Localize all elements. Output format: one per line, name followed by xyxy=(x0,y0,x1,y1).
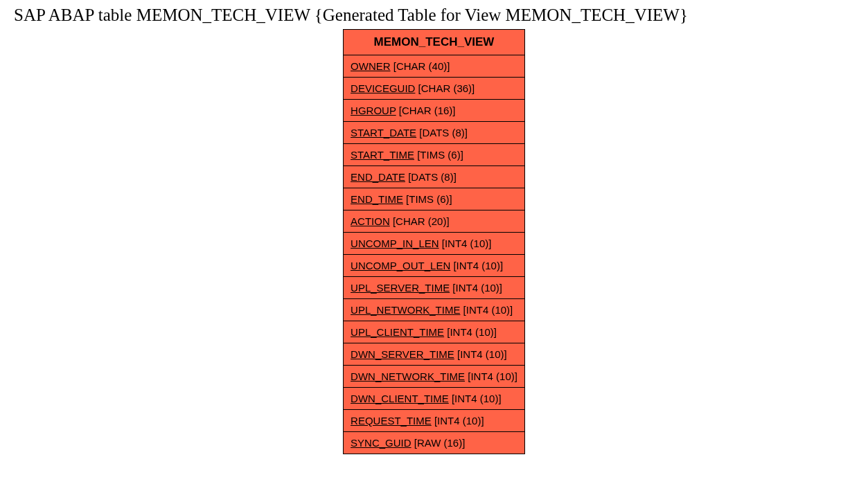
field-name-link[interactable]: UPL_CLIENT_TIME xyxy=(351,326,444,338)
field-name-link[interactable]: START_DATE xyxy=(351,127,416,138)
field-cell: SYNC_GUID [RAW (16)] xyxy=(344,432,525,454)
field-cell: DWN_CLIENT_TIME [INT4 (10)] xyxy=(344,388,525,410)
table-row: HGROUP [CHAR (16)] xyxy=(344,100,525,122)
field-name-link[interactable]: END_DATE xyxy=(351,171,405,183)
table-row: END_TIME [TIMS (6)] xyxy=(344,188,525,210)
field-name-link[interactable]: UNCOMP_OUT_LEN xyxy=(351,260,450,271)
field-name-link[interactable]: UPL_SERVER_TIME xyxy=(351,282,450,294)
table-row: UPL_SERVER_TIME [INT4 (10)] xyxy=(344,277,525,299)
field-cell: END_DATE [DATS (8)] xyxy=(344,166,525,188)
field-cell: UNCOMP_OUT_LEN [INT4 (10)] xyxy=(344,255,525,277)
table-row: UPL_NETWORK_TIME [INT4 (10)] xyxy=(344,299,525,321)
field-type: [DATS (8)] xyxy=(416,127,468,138)
field-type: [CHAR (20)] xyxy=(390,215,450,227)
field-type: [INT4 (10)] xyxy=(449,393,502,404)
field-type: [CHAR (40)] xyxy=(391,60,450,72)
field-cell: END_TIME [TIMS (6)] xyxy=(344,188,525,210)
field-type: [INT4 (10)] xyxy=(432,415,484,427)
table-row: REQUEST_TIME [INT4 (10)] xyxy=(344,410,525,432)
table-row: DWN_CLIENT_TIME [INT4 (10)] xyxy=(344,388,525,410)
table-row: DWN_SERVER_TIME [INT4 (10)] xyxy=(344,343,525,366)
field-type: [RAW (16)] xyxy=(411,437,466,449)
field-name-link[interactable]: SYNC_GUID xyxy=(351,437,411,449)
field-type: [TIMS (6)] xyxy=(403,193,452,205)
field-cell: UPL_SERVER_TIME [INT4 (10)] xyxy=(344,277,525,299)
field-name-link[interactable]: REQUEST_TIME xyxy=(351,415,432,427)
table-row: ACTION [CHAR (20)] xyxy=(344,210,525,233)
schema-table: MEMON_TECH_VIEW OWNER [CHAR (40)]DEVICEG… xyxy=(343,29,525,454)
field-type: [DATS (8)] xyxy=(405,171,457,183)
field-cell: REQUEST_TIME [INT4 (10)] xyxy=(344,410,525,432)
field-name-link[interactable]: HGROUP xyxy=(351,105,396,116)
table-row: START_DATE [DATS (8)] xyxy=(344,122,525,144)
field-type: [INT4 (10)] xyxy=(450,260,503,271)
field-cell: UNCOMP_IN_LEN [INT4 (10)] xyxy=(344,233,525,255)
table-row: DWN_NETWORK_TIME [INT4 (10)] xyxy=(344,366,525,388)
table-row: UNCOMP_IN_LEN [INT4 (10)] xyxy=(344,233,525,255)
field-cell: START_DATE [DATS (8)] xyxy=(344,122,525,144)
page-title: SAP ABAP table MEMON_TECH_VIEW {Generate… xyxy=(0,0,868,29)
table-header: MEMON_TECH_VIEW xyxy=(344,30,525,55)
field-type: [INT4 (10)] xyxy=(444,326,497,338)
field-cell: ACTION [CHAR (20)] xyxy=(344,210,525,233)
field-name-link[interactable]: ACTION xyxy=(351,215,390,227)
field-cell: DWN_NETWORK_TIME [INT4 (10)] xyxy=(344,366,525,388)
field-type: [INT4 (10)] xyxy=(454,348,507,360)
table-row: OWNER [CHAR (40)] xyxy=(344,55,525,78)
field-name-link[interactable]: DWN_CLIENT_TIME xyxy=(351,393,449,404)
field-type: [INT4 (10)] xyxy=(450,282,502,294)
table-row: UPL_CLIENT_TIME [INT4 (10)] xyxy=(344,321,525,343)
table-row: END_DATE [DATS (8)] xyxy=(344,166,525,188)
field-cell: OWNER [CHAR (40)] xyxy=(344,55,525,78)
field-name-link[interactable]: START_TIME xyxy=(351,149,414,161)
field-type: [INT4 (10)] xyxy=(465,370,517,382)
field-type: [CHAR (16)] xyxy=(396,105,456,116)
field-name-link[interactable]: DWN_NETWORK_TIME xyxy=(351,370,465,382)
field-name-link[interactable]: DEVICEGUID xyxy=(351,82,415,94)
field-name-link[interactable]: OWNER xyxy=(351,60,391,72)
table-body: OWNER [CHAR (40)]DEVICEGUID [CHAR (36)]H… xyxy=(344,55,525,454)
field-name-link[interactable]: END_TIME xyxy=(351,193,403,205)
field-cell: HGROUP [CHAR (16)] xyxy=(344,100,525,122)
field-type: [CHAR (36)] xyxy=(415,82,475,94)
field-type: [INT4 (10)] xyxy=(460,304,513,316)
field-cell: DWN_SERVER_TIME [INT4 (10)] xyxy=(344,343,525,366)
table-row: SYNC_GUID [RAW (16)] xyxy=(344,432,525,454)
field-cell: UPL_CLIENT_TIME [INT4 (10)] xyxy=(344,321,525,343)
table-row: DEVICEGUID [CHAR (36)] xyxy=(344,78,525,100)
field-cell: START_TIME [TIMS (6)] xyxy=(344,144,525,166)
field-name-link[interactable]: UPL_NETWORK_TIME xyxy=(351,304,460,316)
field-cell: DEVICEGUID [CHAR (36)] xyxy=(344,78,525,100)
table-container: MEMON_TECH_VIEW OWNER [CHAR (40)]DEVICEG… xyxy=(0,29,868,454)
field-type: [TIMS (6)] xyxy=(414,149,463,161)
field-name-link[interactable]: UNCOMP_IN_LEN xyxy=(351,237,439,249)
table-row: START_TIME [TIMS (6)] xyxy=(344,144,525,166)
field-type: [INT4 (10)] xyxy=(439,237,492,249)
field-name-link[interactable]: DWN_SERVER_TIME xyxy=(351,348,454,360)
field-cell: UPL_NETWORK_TIME [INT4 (10)] xyxy=(344,299,525,321)
table-row: UNCOMP_OUT_LEN [INT4 (10)] xyxy=(344,255,525,277)
